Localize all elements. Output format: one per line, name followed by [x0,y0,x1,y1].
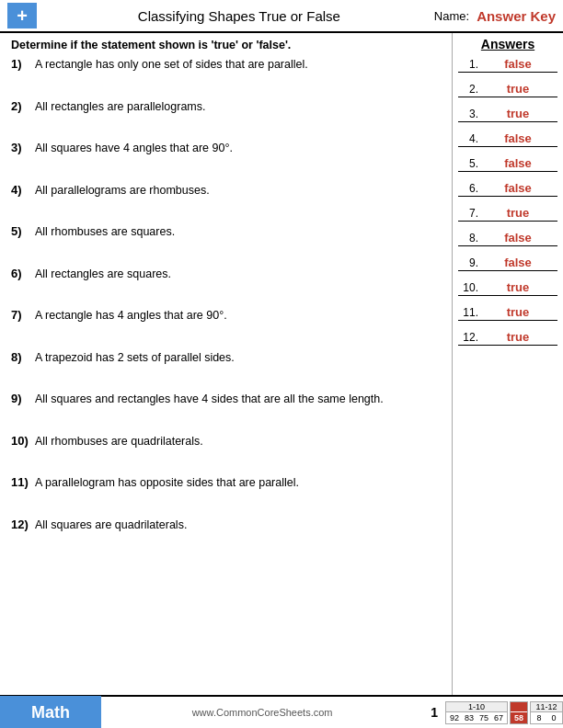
stat-range-label-1: 1-10 [446,702,507,712]
answer-key-label: Answer Key [477,8,556,24]
question-num-7: 7) [11,308,35,322]
question-num-6: 6) [11,267,35,280]
question-3: 3) All squares have 4 angles that are 90… [11,141,441,157]
questions-area: Determine if the statement shown is 'tru… [0,33,453,695]
question-text-6: All rectangles are squares. [35,267,171,283]
answer-num-3: 3. [458,108,478,120]
question-num-4: 4) [11,183,35,197]
answer-val-6: false [478,181,557,195]
question-text-1: A rectangle has only one set of sides th… [35,57,308,74]
question-num-10: 10) [11,434,35,448]
answer-row-1: 1. false [458,57,557,73]
answer-num-4: 4. [458,132,478,145]
question-num-11: 11) [11,475,35,489]
answer-num-6: 6. [458,182,478,195]
question-9: 9) All squares and rectangles have 4 sid… [11,392,441,408]
question-text-5: All rhombuses are squares. [35,224,175,241]
answer-row-7: 7. true [458,206,557,222]
question-num-5: 5) [11,224,35,238]
question-2: 2) All rectangles are parallelograms. [11,99,441,116]
answer-val-11: true [478,305,557,319]
question-5: 5) All rhombuses are squares. [11,224,441,241]
stat-val-75: 75 [477,713,490,722]
question-1: 1) A rectangle has only one set of sides… [11,57,441,74]
stat-val-67: 67 [492,713,505,722]
question-12: 12) All squares are quadrilaterals. [11,518,441,534]
footer-page-number: 1 [431,705,438,720]
question-text-2: All rectangles are parallelograms. [35,99,206,116]
stat-val-58: 58 [512,713,525,722]
question-text-4: All parallelograms are rhombuses. [35,183,210,199]
question-text-12: All squares are quadrilaterals. [35,518,187,534]
stat-group-11-12: 11-12 8 0 [530,701,563,724]
logo-icon [7,3,37,28]
question-text-8: A trapezoid has 2 sets of parallel sides… [35,350,235,367]
stat-val-83: 83 [463,713,476,722]
answer-row-4: 4. false [458,131,557,147]
question-11: 11) A parallelogram has opposite sides t… [11,475,441,492]
footer-stats: 1-10 92 83 75 67 58 11-12 8 0 [445,701,563,724]
direction-text: Determine if the statement shown is 'tru… [11,39,441,51]
question-num-12: 12) [11,518,35,531]
answer-row-3: 3. true [458,107,557,122]
name-label: Name: [434,9,469,23]
stat-vals-1: 92 83 75 67 [446,712,507,723]
answer-row-8: 8. false [458,231,557,246]
answer-row-12: 12. true [458,330,557,346]
answer-num-5: 5. [458,157,478,170]
answer-row-6: 6. false [458,181,557,197]
question-text-11: A parallelogram has opposite sides that … [35,475,299,492]
question-10: 10) All rhombuses are quadrilaterals. [11,434,441,450]
question-num-2: 2) [11,99,35,113]
answer-val-2: true [478,82,557,96]
stat-val-0: 0 [547,713,560,722]
stat-val-8: 8 [533,713,546,722]
footer-website: www.CommonCoreSheets.com [101,707,423,718]
question-4: 4) All parallelograms are rhombuses. [11,183,441,199]
answer-val-10: true [478,280,557,294]
answer-num-9: 9. [458,256,478,269]
answer-val-12: true [478,330,557,344]
main-content: Determine if the statement shown is 'tru… [0,33,563,695]
stat-range-label-2: 11-12 [531,702,562,712]
answer-val-8: false [478,231,557,245]
stat-vals-2: 8 0 [531,712,562,723]
answer-num-2: 2. [458,83,478,96]
stat-highlight-label [511,702,527,712]
answer-num-8: 8. [458,232,478,245]
stat-highlight-val: 58 [511,712,527,723]
question-num-3: 3) [11,141,35,154]
answer-row-9: 9. false [458,256,557,271]
question-num-8: 8) [11,350,35,364]
answer-val-1: false [478,57,557,71]
stat-group-1-10: 1-10 92 83 75 67 [445,701,508,724]
answers-panel: Answers 1. false 2. true 3. true 4. fals… [453,33,563,695]
answer-val-4: false [478,131,557,145]
answer-num-12: 12. [458,331,478,344]
answer-num-11: 11. [458,306,478,319]
question-num-1: 1) [11,57,35,71]
page-title: Classifying Shapes True or False [44,8,434,24]
question-text-7: A rectangle has 4 angles that are 90°. [35,308,227,324]
answer-num-1: 1. [458,58,478,71]
answer-num-7: 7. [458,207,478,220]
answer-val-3: true [478,107,557,120]
answer-val-5: false [478,156,557,170]
answer-num-10: 10. [458,281,478,294]
footer-math-label: Math [0,696,101,728]
answer-row-11: 11. true [458,305,557,321]
question-6: 6) All rectangles are squares. [11,267,441,283]
answer-val-9: false [478,256,557,269]
answer-row-5: 5. false [458,156,557,172]
question-7: 7) A rectangle has 4 angles that are 90°… [11,308,441,324]
stat-val-92: 92 [448,713,461,722]
footer: Math www.CommonCoreSheets.com 1 1-10 92 … [0,695,563,728]
question-8: 8) A trapezoid has 2 sets of parallel si… [11,350,441,367]
question-text-9: All squares and rectangles have 4 sides … [35,392,384,408]
header: Classifying Shapes True or False Name: A… [0,0,563,33]
answer-row-10: 10. true [458,280,557,296]
answers-title: Answers [458,37,557,51]
question-text-3: All squares have 4 angles that are 90°. [35,141,233,157]
question-num-9: 9) [11,392,35,405]
answer-val-7: true [478,206,557,220]
